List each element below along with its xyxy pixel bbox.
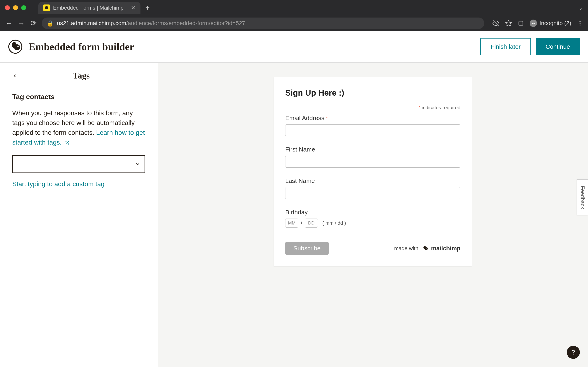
tab-bar: Embedded Forms | Mailchimp ✕ + ⌄ [0,0,588,16]
form-title: Sign Up Here :) [285,88,460,98]
svg-point-6 [580,23,581,24]
asterisk-icon: * [419,105,420,109]
eye-off-icon[interactable] [493,20,499,27]
incognito-label: Incognito (2) [539,20,571,26]
back-button[interactable]: ← [5,19,13,27]
kebab-menu-icon[interactable] [577,20,583,26]
email-field-group: Email Address * [285,115,460,136]
svg-marker-1 [506,20,511,26]
svg-rect-2 [519,21,523,25]
section-description: When you get responses to this form, any… [12,108,145,147]
svg-point-11 [17,46,18,47]
svg-point-3 [532,23,533,24]
address-bar[interactable]: 🔒 us21.admin.mailchimp.com/audience/form… [42,17,484,29]
finish-later-button[interactable]: Finish later [480,38,531,55]
close-window-button[interactable] [5,5,10,10]
email-input[interactable] [285,124,460,136]
first-name-input[interactable] [285,156,460,167]
main-content: Tags Tag contacts When you get responses… [0,63,588,367]
last-name-field-group: Last Name [285,177,460,199]
mailchimp-favicon-icon [43,4,50,11]
mailchimp-wordmark: mailchimp [422,245,460,252]
maximize-window-button[interactable] [21,5,26,10]
svg-point-7 [580,25,581,25]
continue-button[interactable]: Continue [536,38,580,55]
text-cursor-icon [27,160,27,168]
required-indicator-note: * indicates required [285,105,460,110]
last-name-label: Last Name [285,177,460,184]
birthday-inputs: / ( mm / dd ) [285,218,460,227]
birthday-format-hint: ( mm / dd ) [322,220,346,226]
header-actions: Finish later Continue [480,38,580,55]
tag-select-combobox[interactable] [12,155,145,173]
chrome-action-icons: Incognito (2) [493,20,583,27]
reload-button[interactable]: ⟳ [29,19,38,27]
sidebar-title: Tags [73,71,90,81]
embedded-form-card: Sign Up Here :) * indicates required Ema… [274,77,472,266]
incognito-indicator[interactable]: Incognito (2) [530,20,571,27]
last-name-input[interactable] [285,187,460,199]
made-with-text: made with [394,245,419,252]
tabs-dropdown-icon[interactable]: ⌄ [579,4,583,11]
svg-point-0 [45,6,48,9]
external-link-icon [64,140,70,146]
settings-sidebar: Tags Tag contacts When you get responses… [0,63,158,367]
email-label: Email Address * [285,115,460,122]
window-controls [5,5,26,10]
first-name-label: First Name [285,146,460,153]
incognito-icon [530,20,537,27]
form-footer: Subscribe made with mailchimp [285,242,460,255]
svg-point-14 [425,247,428,250]
minimize-window-button[interactable] [13,5,18,10]
tag-hint-text: Start typing to add a custom tag [12,180,145,188]
subscribe-button[interactable]: Subscribe [285,242,329,255]
svg-point-10 [14,44,20,50]
new-tab-button[interactable]: + [145,3,150,12]
date-separator: / [301,220,302,226]
feedback-tab[interactable]: Feedback [577,179,588,215]
made-with-badge[interactable]: made with mailchimp [394,245,460,252]
sidebar-header: Tags [12,71,145,81]
app-header: Embedded form builder Finish later Conti… [0,31,588,63]
first-name-field-group: First Name [285,146,460,167]
help-button[interactable]: ? [567,346,580,359]
mailchimp-logo-icon[interactable] [8,40,22,54]
svg-point-4 [534,23,535,24]
chevron-down-icon [135,161,140,167]
svg-line-12 [67,141,69,143]
page-title: Embedded form builder [29,41,134,53]
svg-point-5 [580,21,581,22]
asterisk-icon: * [326,116,328,120]
browser-chrome: Embedded Forms | Mailchimp ✕ + ⌄ ← → ⟳ 🔒… [0,0,588,31]
svg-point-15 [426,248,427,249]
birthday-month-input[interactable] [285,218,298,227]
form-preview-panel: Sign Up Here :) * indicates required Ema… [158,63,588,367]
url-text: us21.admin.mailchimp.com/audience/forms/… [57,20,245,26]
birthday-label: Birthday [285,209,460,216]
lock-icon: 🔒 [47,20,54,27]
address-bar-row: ← → ⟳ 🔒 us21.admin.mailchimp.com/audienc… [0,16,588,31]
back-chevron-icon[interactable] [12,72,17,79]
birthday-day-input[interactable] [305,218,318,227]
close-tab-icon[interactable]: ✕ [131,4,136,11]
birthday-field-group: Birthday / ( mm / dd ) [285,209,460,227]
star-icon[interactable] [505,20,512,27]
freddie-icon [422,245,429,252]
section-heading: Tag contacts [12,93,145,101]
extensions-icon[interactable] [518,20,524,26]
tab-title: Embedded Forms | Mailchimp [53,5,123,11]
forward-button[interactable]: → [17,19,25,27]
browser-tab[interactable]: Embedded Forms | Mailchimp ✕ [38,2,140,14]
